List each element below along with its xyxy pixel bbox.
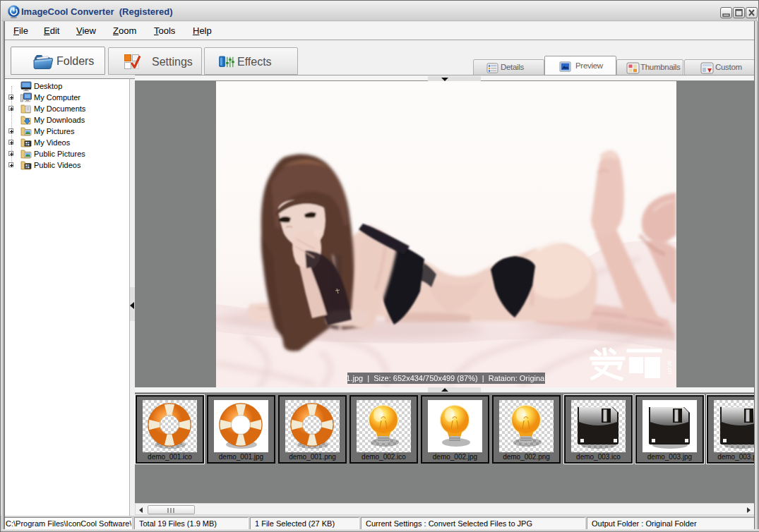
svg-text:ar.cn: ar.cn [667, 361, 674, 375]
svg-text:1.jpg | Size: 652x434/750x49: 1.jpg | Size: 652x434/750x499 (87%) | Ra… [346, 374, 546, 382]
